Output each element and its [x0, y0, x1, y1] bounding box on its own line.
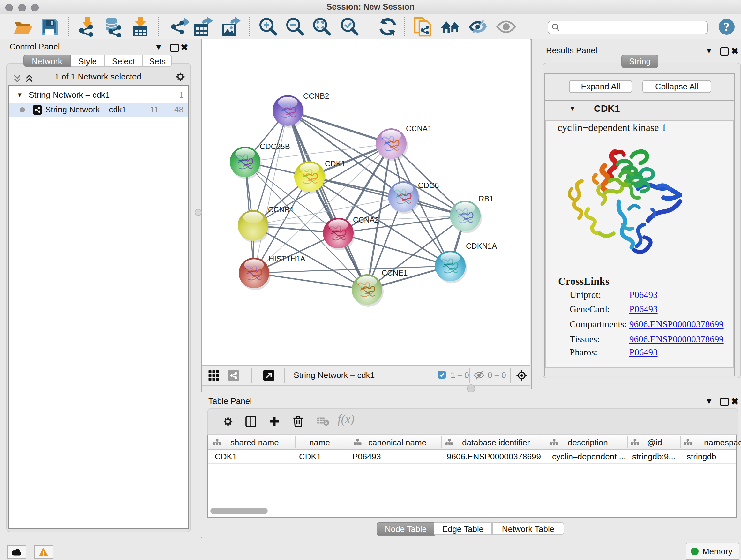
svg-text:CDK1: CDK1 — [325, 159, 345, 168]
svg-text:CDC6: CDC6 — [418, 181, 439, 190]
svg-text:CCNA2: CCNA2 — [353, 215, 379, 224]
svg-text:CCNB2: CCNB2 — [303, 91, 329, 100]
svg-text:CCNB1: CCNB1 — [268, 205, 294, 214]
svg-text:CDKN1A: CDKN1A — [466, 242, 497, 250]
svg-text:CCNE1: CCNE1 — [382, 268, 408, 277]
svg-text:CCNA1: CCNA1 — [406, 124, 432, 133]
svg-text:HIST1H1A: HIST1H1A — [269, 254, 306, 263]
svg-text:RB1: RB1 — [479, 194, 494, 203]
svg-text:CDC25B: CDC25B — [260, 142, 290, 151]
